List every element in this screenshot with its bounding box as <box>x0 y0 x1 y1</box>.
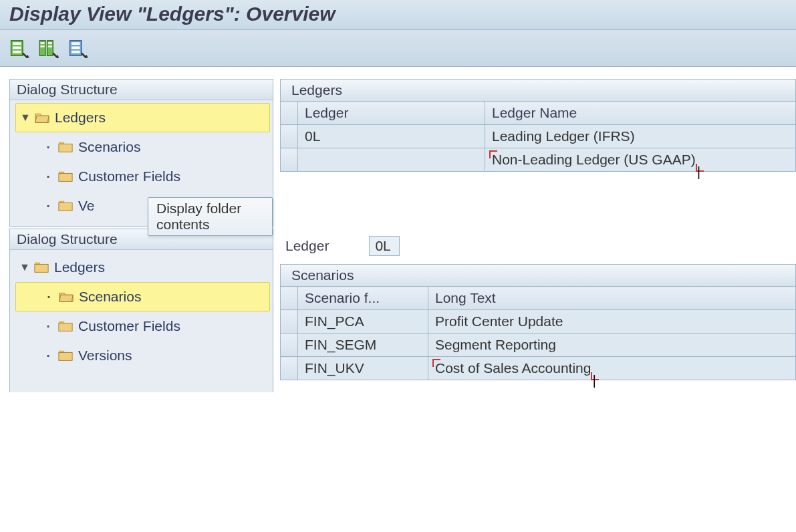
bullet-icon: · <box>43 319 53 333</box>
folder-icon <box>58 141 73 153</box>
svg-rect-2 <box>13 47 21 49</box>
tree-node-label: Ledgers <box>54 259 105 275</box>
dialog-structure-panel-bottom: Dialog Structure ▼ Ledgers · Scenarios · <box>9 229 273 392</box>
scenarios-col-long-text[interactable]: Long Text <box>428 287 796 310</box>
tree-node-label: Versions <box>78 348 132 364</box>
ledgers-table-title: Ledgers <box>280 79 796 101</box>
folder-icon <box>58 350 73 362</box>
scenario-code-cell[interactable]: FIN_PCA <box>298 310 428 334</box>
select-all-cell[interactable] <box>281 287 298 310</box>
bullet-icon: · <box>43 349 53 362</box>
tree-node-ledgers[interactable]: ▼ Ledgers <box>15 253 270 282</box>
folder-open-icon <box>59 291 74 303</box>
table-row[interactable]: 0L Leading Ledger (IFRS) <box>281 125 796 148</box>
table-blue-icon[interactable] <box>68 38 88 58</box>
row-selector[interactable] <box>281 148 298 172</box>
select-all-cell[interactable] <box>281 102 298 125</box>
table-double-green-icon[interactable] <box>39 38 59 58</box>
bullet-icon: · <box>43 140 53 154</box>
svg-rect-1 <box>13 42 21 45</box>
scenarios-col-scenario[interactable]: Scenario f... <box>298 287 428 310</box>
ledger-name-cell[interactable]: Non-Leading Ledger (US GAAP) <box>485 148 796 172</box>
bullet-icon: · <box>44 290 53 303</box>
svg-rect-24 <box>35 264 48 272</box>
table-row[interactable]: Non-Leading Ledger (US GAAP) <box>281 148 796 172</box>
folder-icon <box>34 261 49 273</box>
folder-icon <box>58 320 73 332</box>
caret-down-icon: ▼ <box>20 112 29 124</box>
toolbar <box>0 30 796 67</box>
table-row[interactable]: FIN_UKV Cost of Sales Accounting <box>281 357 796 380</box>
scenarios-table: Scenario f... Long Text FIN_PCA Profit C… <box>280 286 796 380</box>
ledger-name-cell[interactable]: Leading Ledger (IFRS) <box>485 125 796 148</box>
folder-open-icon <box>35 112 49 124</box>
tree-node-versions[interactable]: · Versions <box>15 341 270 370</box>
row-selector[interactable] <box>281 125 298 148</box>
table-row[interactable]: FIN_PCA Profit Center Update <box>281 310 796 334</box>
tree-node-ledgers[interactable]: ▼ Ledgers <box>15 103 270 132</box>
tooltip: Display folder contents <box>148 197 273 236</box>
scenario-text-cell[interactable]: Cost of Sales Accounting <box>428 357 796 380</box>
dialog-structure-panel-top: Dialog Structure ▼ Ledgers · Scenarios · <box>9 79 273 227</box>
scenario-code-cell[interactable]: FIN_SEGM <box>298 334 428 357</box>
bullet-icon: · <box>43 199 53 213</box>
svg-rect-14 <box>72 47 80 49</box>
svg-rect-9 <box>41 45 45 47</box>
tree-node-label: Customer Fields <box>78 318 180 334</box>
folder-icon <box>58 200 73 212</box>
caret-down-icon: ▼ <box>19 261 29 273</box>
ledgers-col-name[interactable]: Ledger Name <box>485 102 796 125</box>
svg-rect-15 <box>72 51 80 53</box>
folder-icon <box>58 170 73 182</box>
tree-node-label: Scenarios <box>78 139 140 155</box>
tree-node-customer-fields[interactable]: · Customer Fields <box>15 162 270 191</box>
tree-node-label: Customer Fields <box>78 168 180 184</box>
svg-rect-20 <box>59 173 72 181</box>
tree-header: Dialog Structure <box>10 80 273 100</box>
svg-rect-13 <box>72 42 80 45</box>
table-row[interactable]: FIN_SEGM Segment Reporting <box>281 334 796 357</box>
ledgers-table: Ledger Ledger Name 0L Leading Ledger (IF… <box>280 101 796 172</box>
tree-node-label: Ve <box>78 198 95 214</box>
table-green-icon[interactable] <box>9 38 29 58</box>
ledger-code-cell[interactable]: 0L <box>298 125 485 148</box>
scenarios-table-title: Scenarios <box>280 264 796 286</box>
scenario-text-cell[interactable]: Segment Reporting <box>428 334 796 357</box>
svg-rect-10 <box>48 45 52 47</box>
tree-node-label: Scenarios <box>79 289 141 305</box>
svg-rect-18 <box>59 144 72 152</box>
svg-rect-28 <box>59 352 72 360</box>
scenario-text-cell[interactable]: Profit Center Update <box>428 310 796 334</box>
bullet-icon: · <box>43 170 53 183</box>
ledgers-col-ledger[interactable]: Ledger <box>298 102 485 125</box>
scenario-code-cell[interactable]: FIN_UKV <box>298 357 428 380</box>
ledger-field-label: Ledger <box>285 238 329 254</box>
row-selector[interactable] <box>281 334 298 357</box>
ledger-code-cell[interactable] <box>298 148 485 172</box>
tree-node-scenarios[interactable]: · Scenarios <box>15 132 270 162</box>
tree-node-scenarios[interactable]: · Scenarios <box>15 282 270 311</box>
page-title: Display View "Ledgers": Overview <box>0 0 796 30</box>
tree-node-customer-fields[interactable]: · Customer Fields <box>15 311 270 341</box>
svg-rect-26 <box>59 323 72 331</box>
svg-rect-22 <box>59 203 72 211</box>
svg-rect-3 <box>13 51 21 53</box>
svg-rect-7 <box>41 42 45 44</box>
svg-rect-8 <box>48 42 52 44</box>
ledger-field-value[interactable]: 0L <box>369 236 400 256</box>
row-selector[interactable] <box>281 310 298 334</box>
tree-node-label: Ledgers <box>55 110 106 126</box>
row-selector[interactable] <box>281 357 298 380</box>
